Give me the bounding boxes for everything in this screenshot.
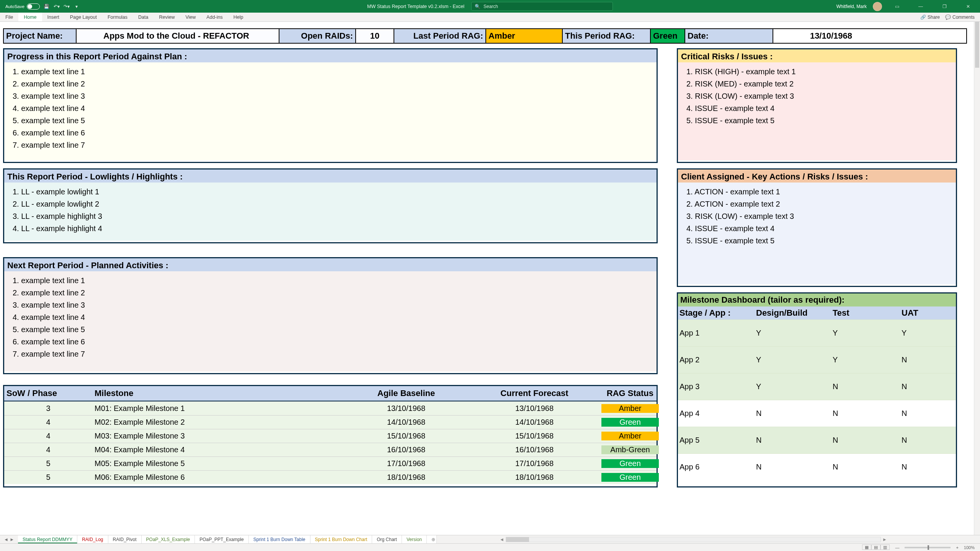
zoom-in-icon[interactable]: + — [956, 545, 958, 550]
list-item[interactable]: 4. example text line 4 — [13, 311, 650, 323]
list-item[interactable]: 1. LL - example lowlight 1 — [13, 186, 650, 198]
worksheet-area[interactable]: Project Name: Apps Mod to the Cloud - RE… — [0, 28, 970, 535]
list-item[interactable]: 1. RISK (HIGH) - example text 1 — [686, 65, 950, 78]
table-row[interactable]: App 4NNN — [678, 400, 956, 427]
ribbon-tab-home[interactable]: Home — [18, 13, 42, 21]
autosave-control[interactable]: AutoSave — [5, 3, 40, 10]
maximize-icon[interactable]: ❐ — [936, 0, 953, 13]
sheet-tab-poap-ppt-example[interactable]: POaP_PPT_Example — [195, 535, 248, 543]
project-label: Project Name: — [4, 29, 77, 43]
risks-list[interactable]: 1. RISK (HIGH) - example text 12. RISK (… — [678, 62, 956, 130]
ribbon-tab-page-layout[interactable]: Page Layout — [65, 13, 102, 21]
planned-list[interactable]: 1. example text line 12. example text li… — [4, 271, 657, 364]
list-item[interactable]: 2. example text line 2 — [13, 287, 650, 299]
ribbon-display-icon[interactable]: ▭ — [888, 0, 906, 13]
horizontal-scrollbar[interactable]: ◄ ► — [437, 535, 980, 543]
customise-qat-icon[interactable]: ▾ — [74, 3, 80, 10]
list-item[interactable]: 6. example text line 6 — [13, 127, 650, 139]
ribbon-tab-review[interactable]: Review — [154, 13, 180, 21]
ribbon-tab-formulas[interactable]: Formulas — [102, 13, 133, 21]
list-item[interactable]: 1. ACTION - example text 1 — [686, 186, 950, 198]
sheet-tab-status-report-ddmmyy[interactable]: Status Report DDMMYY — [18, 535, 77, 543]
m-head-forecast: Current Forecast — [467, 386, 601, 401]
search-input[interactable]: 🔍 Search — [471, 2, 613, 11]
user-name[interactable]: Whitfield, Mark — [836, 4, 867, 9]
ribbon-tab-file[interactable]: File — [0, 13, 18, 21]
list-item[interactable]: 3. RISK (LOW) - example text 3 — [686, 210, 950, 222]
list-item[interactable]: 3. example text line 3 — [13, 90, 650, 102]
table-row[interactable]: 4M03: Example Milestone 315/10/196815/10… — [4, 429, 657, 443]
list-item[interactable]: 7. example text line 7 — [13, 139, 650, 151]
list-item[interactable]: 3. example text line 3 — [13, 299, 650, 311]
list-item[interactable]: 5. ISSUE - example text 5 — [686, 235, 950, 247]
table-row[interactable]: 4M02: Example Milestone 214/10/196814/10… — [4, 415, 657, 429]
list-item[interactable]: 2. ACTION - example text 2 — [686, 198, 950, 210]
ribbon-tab-insert[interactable]: Insert — [42, 13, 65, 21]
ribbon-tab-help[interactable]: Help — [228, 13, 249, 21]
sheet-nav-arrows[interactable]: ◄ ► — [0, 535, 18, 543]
raids-value[interactable]: 10 — [356, 29, 394, 43]
panel-lowhigh: This Report Period - Lowlights / Highlig… — [3, 168, 658, 243]
list-item[interactable]: 2. RISK (MED) - example text 2 — [686, 78, 950, 90]
search-icon: 🔍 — [475, 4, 480, 9]
sheet-tab-poap-xls-example[interactable]: POaP_XLS_Example — [142, 535, 195, 543]
list-item[interactable]: 7. example text line 7 — [13, 348, 650, 360]
list-item[interactable]: 4. LL - example highlight 4 — [13, 222, 650, 235]
list-item[interactable]: 3. LL - example highlight 3 — [13, 210, 650, 222]
list-item[interactable]: 5. example text line 5 — [13, 323, 650, 336]
ribbon-tab-data[interactable]: Data — [133, 13, 154, 21]
ribbon-tab-add-ins[interactable]: Add-ins — [201, 13, 228, 21]
undo-icon[interactable]: ↶▾ — [54, 3, 60, 10]
close-icon[interactable]: ✕ — [959, 0, 977, 13]
sheet-tab-sprint-1-burn-down-chart[interactable]: Sprint 1 Burn Down Chart — [310, 535, 372, 543]
redo-icon[interactable]: ↷▾ — [64, 3, 70, 10]
list-item[interactable]: 3. RISK (LOW) - example text 3 — [686, 90, 950, 102]
table-row[interactable]: App 5NNN — [678, 427, 956, 453]
project-value[interactable]: Apps Mod to the Cloud - REFACTOR — [77, 29, 279, 43]
last-rag-value[interactable]: Amber — [486, 29, 563, 43]
new-sheet-button[interactable]: ⊕ — [427, 535, 437, 543]
sheet-tab-version[interactable]: Version — [402, 535, 427, 543]
minimize-icon[interactable]: — — [912, 0, 929, 13]
this-rag-value[interactable]: Green — [651, 29, 685, 43]
client-list[interactable]: 1. ACTION - example text 12. ACTION - ex… — [678, 183, 956, 251]
sheet-tab-sprint-1-burn-down-table[interactable]: Sprint 1 Burn Down Table — [249, 535, 310, 543]
zoom-out-icon[interactable]: — — [895, 545, 899, 550]
table-row[interactable]: App 1YYY — [678, 320, 956, 346]
list-item[interactable]: 2. example text line 2 — [13, 78, 650, 90]
comments-button[interactable]: 💬 Comments — [945, 15, 975, 20]
list-item[interactable]: 1. example text line 1 — [13, 274, 650, 287]
table-row[interactable]: App 6NNN — [678, 453, 956, 480]
list-item[interactable]: 4. example text line 4 — [13, 102, 650, 114]
autosave-toggle-icon[interactable] — [27, 3, 40, 10]
date-value[interactable]: 13/10/1968 — [773, 29, 858, 43]
view-switcher[interactable]: ▦▤▥ — [862, 545, 890, 550]
save-icon[interactable]: 💾 — [44, 3, 50, 10]
table-row[interactable]: App 3YNN — [678, 373, 956, 400]
sheet-tab-raid-pivot[interactable]: RAID_Pivot — [108, 535, 142, 543]
vertical-scrollbar[interactable] — [974, 22, 980, 535]
sheet-tab-raid-log[interactable]: RAID_Log — [77, 535, 108, 543]
list-item[interactable]: 4. ISSUE - example text 4 — [686, 222, 950, 235]
scroll-thumb[interactable] — [975, 22, 979, 68]
table-row[interactable]: App 2YYN — [678, 346, 956, 373]
sheet-tab-org-chart[interactable]: Org Chart — [372, 535, 402, 543]
avatar[interactable] — [873, 2, 882, 11]
list-item[interactable]: 5. example text line 5 — [13, 114, 650, 127]
panel-client: Client Assigned - Key Actions / Risks / … — [677, 168, 957, 287]
list-item[interactable]: 4. ISSUE - example text 4 — [686, 102, 950, 114]
list-item[interactable]: 5. ISSUE - example text 5 — [686, 114, 950, 127]
table-row[interactable]: 3M01: Example Milestone 113/10/196813/10… — [4, 401, 657, 415]
ribbon-tab-view[interactable]: View — [180, 13, 201, 21]
share-button[interactable]: 🔗 Share — [920, 15, 940, 20]
list-item[interactable]: 2. LL - example lowlight 2 — [13, 198, 650, 210]
table-row[interactable]: 5M06: Example Milestone 618/10/196818/10… — [4, 470, 657, 484]
zoom-slider[interactable] — [905, 547, 951, 548]
lowhigh-list[interactable]: 1. LL - example lowlight 12. LL - exampl… — [4, 183, 657, 238]
table-row[interactable]: 5M05: Example Milestone 517/10/196817/10… — [4, 456, 657, 470]
zoom-level[interactable]: 100% — [964, 545, 975, 550]
progress-list[interactable]: 1. example text line 12. example text li… — [4, 62, 657, 155]
list-item[interactable]: 1. example text line 1 — [13, 65, 650, 78]
list-item[interactable]: 6. example text line 6 — [13, 336, 650, 348]
table-row[interactable]: 4M04: Example Milestone 416/10/196816/10… — [4, 443, 657, 456]
